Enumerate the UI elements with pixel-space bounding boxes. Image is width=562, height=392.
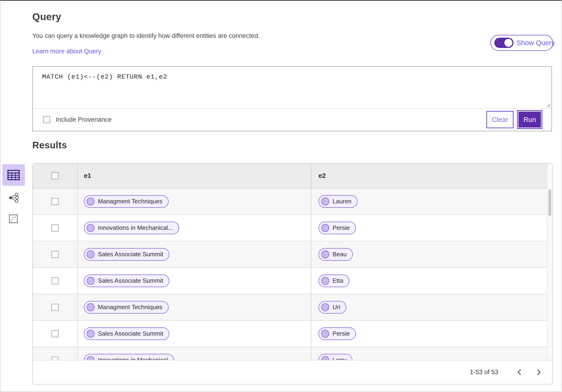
table-view-icon (7, 170, 20, 180)
chevron-left-icon (517, 369, 523, 375)
results-title: Results (32, 140, 67, 150)
run-button[interactable]: Run (518, 111, 542, 128)
entity-pill[interactable]: Managment Techniques (84, 301, 169, 314)
entity-pill[interactable]: Larry (318, 354, 352, 360)
entity-pill[interactable]: Sales Associate Summit (84, 327, 169, 340)
query-page: Query You can query a knowledge graph to… (0, 0, 562, 392)
entity-node-icon (87, 197, 94, 206)
entity-node-icon (321, 250, 329, 258)
entity-pill[interactable]: Persie (318, 222, 356, 234)
table-row: Managment Techniques Lauren (33, 188, 552, 215)
pagination-range: 1-53 of 53 (470, 369, 498, 376)
query-text: MATCH (e1)<--(e2) RETURN e1,e2 (42, 73, 167, 81)
column-header-e2: e2 (318, 172, 326, 180)
entity-pill[interactable]: Sales Associate Summit (84, 275, 169, 287)
map-view-tab[interactable] (9, 214, 18, 223)
entity-label: Sales Associate Summit (98, 277, 163, 284)
entity-pill[interactable]: Managment Techniques (84, 195, 169, 208)
table-row: Innovations in Mechanical... Persie (33, 215, 552, 241)
show-query-toggle-button[interactable]: Show Query (490, 35, 553, 51)
table-row: Managment Techniques Uri (33, 294, 552, 321)
table-row: Sales Associate Summit Persie (33, 321, 552, 347)
row-checkbox[interactable] (51, 304, 59, 311)
entity-label: Sales Associate Summit (98, 330, 163, 337)
entity-pill[interactable]: Persie (318, 327, 356, 340)
learn-more-link[interactable]: Learn more about Query (32, 48, 101, 55)
graph-view-tab[interactable] (9, 193, 19, 203)
entity-pill[interactable]: Lauren (318, 195, 358, 208)
entity-label: Larry (332, 357, 346, 360)
entity-label: Beau (332, 251, 347, 258)
column-header-e1: e1 (84, 172, 91, 180)
clear-button[interactable]: Clear (486, 111, 514, 128)
row-checkbox[interactable] (51, 330, 59, 337)
pagination-bar: 1-53 of 53 (33, 360, 552, 384)
header-checkbox-cell (33, 164, 78, 188)
entity-node-icon (87, 330, 94, 338)
table-header-row: e1 e2 (33, 164, 552, 188)
row-checkbox[interactable] (51, 251, 59, 258)
toggle-on-icon[interactable] (494, 38, 514, 48)
entity-label: Innovations in Mechanical... (98, 224, 173, 231)
toggle-knob (504, 39, 512, 47)
entity-pill[interactable]: Uri (318, 301, 346, 314)
resize-grip-icon[interactable] (545, 102, 551, 108)
entity-node-icon (87, 303, 94, 311)
entity-label: Persie (332, 330, 350, 337)
entity-pill[interactable]: Innovations in Mechanical (84, 354, 174, 360)
header-cell-e2: e2 (311, 164, 552, 188)
page-title: Query (32, 11, 61, 23)
include-provenance-checkbox[interactable] (43, 116, 50, 123)
table-row: Sales Associate Summit Beau (33, 241, 552, 268)
row-checkbox[interactable] (51, 224, 59, 231)
entity-node-icon (321, 303, 329, 311)
graph-view-icon (9, 193, 19, 203)
results-table: e1 e2 Managment Techniques Lauren Innova… (32, 163, 553, 384)
entity-pill[interactable]: Sales Associate Summit (84, 248, 169, 261)
entity-node-icon (321, 356, 329, 360)
show-query-label: Show Query (516, 39, 555, 47)
entity-label: Innovations in Mechanical (98, 357, 168, 360)
entity-node-icon (321, 224, 329, 232)
query-editor[interactable]: MATCH (e1)<--(e2) RETURN e1,e2 (33, 67, 551, 109)
vertical-scrollbar[interactable] (547, 164, 552, 360)
entity-node-icon (321, 197, 329, 206)
scrollbar-thumb[interactable] (549, 189, 551, 216)
table-body: Managment Techniques Lauren Innovations … (33, 188, 552, 360)
entity-label: Persie (332, 224, 350, 231)
next-page-button[interactable] (532, 366, 545, 379)
entity-label: Managment Techniques (98, 198, 163, 205)
table-row: Sales Associate Summit Etta (33, 268, 552, 294)
header-cell-e1: e1 (78, 164, 311, 188)
query-footer: Include Provenance Clear Run (33, 108, 551, 131)
chevron-right-icon (535, 369, 540, 375)
table-view-tab[interactable] (2, 164, 25, 186)
row-checkbox[interactable] (51, 198, 59, 205)
entity-label: Sales Associate Summit (98, 251, 163, 258)
entity-node-icon (321, 330, 329, 338)
row-checkbox[interactable] (51, 357, 59, 360)
entity-pill[interactable]: Beau (318, 248, 353, 261)
entity-label: Etta (332, 277, 343, 284)
query-description: You can query a knowledge graph to ident… (32, 32, 260, 40)
map-view-icon (9, 214, 18, 223)
entity-node-icon (87, 250, 94, 258)
entity-node-icon (321, 277, 329, 285)
entity-node-icon (87, 224, 94, 232)
entity-label: Uri (332, 303, 340, 311)
include-provenance-label: Include Provenance (56, 116, 112, 123)
entity-node-icon (87, 277, 94, 285)
entity-pill[interactable]: Etta (318, 275, 349, 287)
query-editor-panel: MATCH (e1)<--(e2) RETURN e1,e2 Include P… (32, 66, 552, 131)
table-row: Innovations in Mechanical Larry (33, 347, 552, 360)
previous-page-button[interactable] (513, 366, 527, 379)
entity-node-icon (87, 356, 94, 360)
entity-label: Managment Techniques (98, 303, 163, 311)
select-all-checkbox[interactable] (51, 172, 59, 179)
row-checkbox[interactable] (51, 277, 59, 284)
entity-pill[interactable]: Innovations in Mechanical... (84, 222, 179, 234)
entity-label: Lauren (332, 198, 351, 205)
